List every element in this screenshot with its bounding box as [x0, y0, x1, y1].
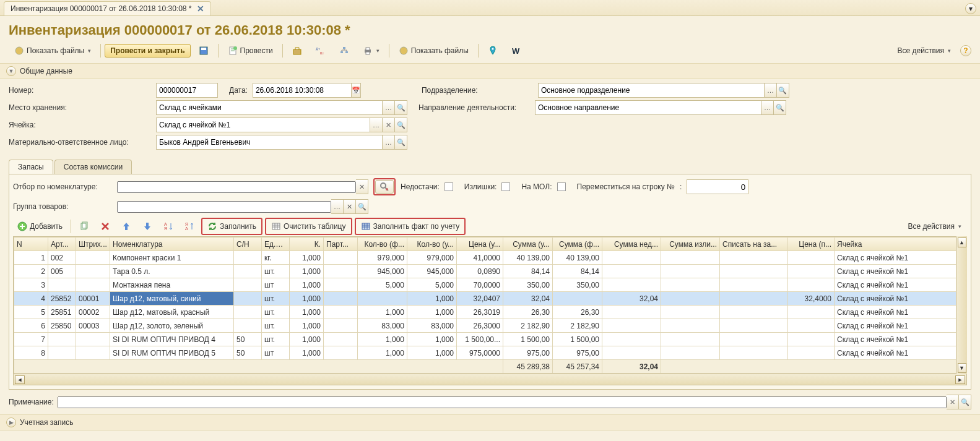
select-icon[interactable]: …	[383, 100, 395, 115]
open-icon[interactable]: 🔍	[356, 199, 368, 214]
date-input[interactable]	[253, 83, 352, 98]
surplus-checkbox[interactable]	[501, 182, 510, 191]
col-unit[interactable]: Ед.И...	[262, 238, 290, 251]
storage-input[interactable]	[156, 100, 383, 115]
move-down-button[interactable]	[138, 220, 157, 233]
table-row[interactable]: 2005Тара 0.5 л.шт.1,000945,000945,0000,0…	[14, 265, 966, 278]
select-icon[interactable]: …	[370, 118, 383, 132]
col-cell[interactable]: Ячейка	[835, 238, 966, 251]
sort-desc-button[interactable]: ЯА	[180, 220, 199, 233]
panel-menu-icon[interactable]: ▾	[965, 3, 976, 14]
table-row[interactable]: 8SI DI RUM ОПТИЧ ПРИВОД 550шт1,0001,0001…	[14, 346, 966, 360]
tab-commission[interactable]: Состав комиссии	[54, 160, 132, 174]
filter-nomen-input[interactable]	[117, 181, 356, 193]
col-spis[interactable]: Списать на за...	[720, 238, 788, 251]
cell-input[interactable]	[156, 118, 370, 132]
map-pin-button[interactable]	[482, 43, 503, 58]
table-row[interactable]: 3Монтажная пенашт1,0005,0005,00070,00003…	[14, 278, 966, 292]
col-sumf[interactable]: Сумма (ф...	[553, 238, 602, 251]
wiki-button[interactable]: W	[506, 43, 527, 58]
select-icon[interactable]: …	[761, 100, 774, 115]
clear-table-button[interactable]: Очистить таблицу	[267, 220, 350, 233]
post-button[interactable]: Провести	[222, 43, 279, 58]
open-icon[interactable]: 🔍	[774, 100, 786, 115]
col-sn[interactable]: С/Н	[234, 238, 262, 251]
col-art[interactable]: Арт...	[48, 238, 76, 251]
stock-grid[interactable]: N Арт... Штрих... Номенклатура С/Н Ед.И.…	[14, 237, 966, 374]
open-icon[interactable]: 🔍	[395, 118, 407, 132]
onmol-checkbox[interactable]	[557, 182, 566, 191]
select-icon[interactable]: …	[765, 83, 777, 98]
table-row[interactable]: 42585200001Шар д12, матовый, синийшт.1,0…	[14, 292, 966, 306]
fill-fact-button[interactable]: Заполнить факт по учету	[357, 220, 464, 233]
calendar-icon[interactable]: 📅	[352, 83, 361, 98]
scroll-right-icon[interactable]: ►	[955, 375, 965, 384]
print-button[interactable]	[357, 43, 385, 58]
col-n[interactable]: N	[14, 238, 48, 251]
table-row[interactable]: 1002Компонент краски 1кг.1,000979,000979…	[14, 251, 966, 265]
fill-button[interactable]: Заполнить	[203, 220, 261, 233]
tab-stock[interactable]: Запасы	[9, 160, 53, 174]
shortage-checkbox[interactable]	[444, 182, 453, 191]
structure-button[interactable]	[334, 43, 355, 58]
select-icon[interactable]: …	[383, 135, 395, 150]
col-qu[interactable]: Кол-во (у...	[407, 238, 457, 251]
sort-asc-button[interactable]: АЯ	[159, 220, 178, 233]
grid-toolbar: Добавить АЯ ЯА Заполнить Очистить таблиц…	[13, 218, 967, 235]
scroll-down-icon[interactable]: ▼	[958, 363, 966, 373]
dtkt-button[interactable]: ДтКт	[310, 43, 331, 58]
col-pricep[interactable]: Цена (п...	[788, 238, 835, 251]
clear-icon[interactable]: ✕	[383, 118, 395, 132]
col-price[interactable]: Цена (у...	[457, 238, 503, 251]
open-icon[interactable]: 🔍	[959, 395, 971, 409]
date-label: Дата:	[229, 86, 248, 95]
open-icon[interactable]: 🔍	[395, 135, 407, 150]
horizontal-scrollbar[interactable]: ◄ ►	[13, 374, 967, 385]
number-input[interactable]	[156, 83, 218, 98]
col-k[interactable]: К.	[290, 238, 324, 251]
vertical-scrollbar[interactable]: ▲ ▼	[956, 236, 967, 374]
save-button[interactable]	[193, 43, 214, 58]
note-input[interactable]	[58, 396, 947, 408]
svg-text:Кт: Кт	[320, 51, 324, 55]
table-row[interactable]: 62585000003Шар д12, золото, зеленыйшт.1,…	[14, 319, 966, 333]
table-row[interactable]: 52585100002Шар д12, матовый, красныйшт.1…	[14, 306, 966, 319]
group-input[interactable]	[117, 201, 331, 213]
col-batch[interactable]: Парт...	[324, 238, 358, 251]
col-sumned[interactable]: Сумма нед...	[602, 238, 661, 251]
copy-row-button[interactable]	[75, 220, 93, 233]
document-tab[interactable]: Инвентаризация 000000017 от 26.06.2018 1…	[4, 1, 211, 15]
based-on-button[interactable]	[287, 43, 308, 58]
grid-all-actions-button[interactable]: Все действия	[903, 220, 967, 233]
find-button[interactable]	[375, 180, 394, 194]
clear-icon[interactable]: ✕	[356, 179, 368, 194]
col-sumu[interactable]: Сумма (у...	[503, 238, 553, 251]
help-icon[interactable]: ?	[960, 45, 971, 56]
add-row-button[interactable]: Добавить	[13, 220, 67, 233]
col-sumizl[interactable]: Сумма изли...	[661, 238, 720, 251]
scroll-up-icon[interactable]: ▲	[958, 238, 966, 247]
move-up-button[interactable]	[117, 220, 136, 233]
table-row[interactable]: 7SI DI RUM ОПТИЧ ПРИВОД 450шт.1,0001,000…	[14, 333, 966, 346]
unit-input[interactable]	[538, 83, 765, 98]
open-icon[interactable]: 🔍	[777, 83, 789, 98]
delete-row-button[interactable]	[96, 220, 115, 233]
clear-icon[interactable]: ✕	[344, 199, 356, 214]
show-files-button[interactable]: Показать файлы	[9, 43, 97, 58]
direction-input[interactable]	[535, 100, 761, 115]
post-and-close-button[interactable]: Провести и закрыть	[105, 44, 190, 58]
common-data-section-header[interactable]: ▼ Общие данные	[0, 63, 980, 79]
all-actions-button[interactable]: Все действия	[892, 44, 956, 58]
col-bar[interactable]: Штрих...	[76, 238, 110, 251]
select-icon[interactable]: …	[331, 199, 344, 214]
col-qf[interactable]: Кол-во (ф...	[358, 238, 407, 251]
accounting-section-header[interactable]: ▶ Учетная запись	[0, 414, 980, 430]
open-icon[interactable]: 🔍	[395, 100, 407, 115]
col-nom[interactable]: Номенклатура	[110, 238, 234, 251]
mol-input[interactable]	[156, 135, 383, 150]
clear-icon[interactable]: ✕	[947, 395, 959, 409]
show-files2-button[interactable]: Показать файлы	[393, 43, 474, 58]
scroll-left-icon[interactable]: ◄	[15, 375, 25, 384]
close-icon[interactable]: ✕	[197, 4, 204, 14]
goto-row-input[interactable]	[687, 179, 748, 194]
